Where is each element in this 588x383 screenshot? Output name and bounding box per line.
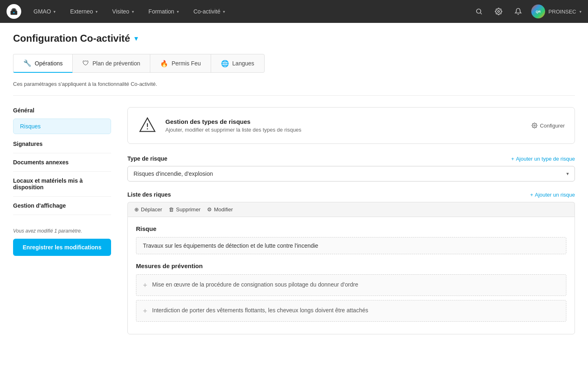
shield-icon: 🛡 — [82, 60, 89, 67]
main-layout: Général Risques Signatures Documents ann… — [13, 107, 575, 334]
nav-visiteo[interactable]: Visiteo ▾ — [107, 0, 140, 23]
chevron-down-icon: ▾ — [53, 9, 56, 14]
search-icon[interactable] — [472, 5, 486, 18]
svg-point-3 — [147, 128, 148, 130]
prevention-title: Mesures de prévention — [136, 262, 566, 269]
risk-type-section-header: Type de risque + Ajouter un type de risq… — [127, 155, 575, 162]
tabs-bar: 🔧 Opérations 🛡 Plan de prévention 🔥 Perm… — [13, 54, 575, 73]
left-sidebar: Général Risques Signatures Documents ann… — [13, 107, 111, 256]
sidebar-bottom: Vous avez modifié 1 paramètre. Enregistr… — [13, 228, 111, 256]
svg-point-1 — [477, 9, 481, 13]
user-name-label: PROINSEC — [548, 9, 576, 15]
edit-icon: ⚙ — [207, 206, 212, 213]
list-toolbar: ⊕ Déplacer 🗑 Supprimer ⚙ Modifier — [127, 202, 575, 217]
plus-icon: + — [143, 307, 147, 316]
prevention-item: + Mise en œuvre de la procédure de consi… — [136, 274, 566, 296]
nav-coactivite[interactable]: Co-activité ▾ — [188, 0, 231, 23]
prevention-text-1: Mise en œuvre de la procédure de consign… — [152, 280, 359, 289]
risk-management-card: Gestion des types de risques Ajouter, mo… — [127, 107, 575, 144]
nav-externeo[interactable]: Externeo ▾ — [65, 0, 103, 23]
add-risk-type-link[interactable]: + Ajouter un type de risque — [511, 156, 575, 162]
configure-button[interactable]: Configurer — [532, 123, 565, 129]
delete-button[interactable]: 🗑 Supprimer — [169, 206, 200, 213]
edit-button[interactable]: ⚙ Modifier — [207, 206, 233, 213]
plus-icon: + — [530, 192, 533, 198]
app-logo[interactable] — [7, 4, 21, 19]
plus-icon: + — [143, 281, 147, 290]
dropdown-selected-value: Risques d'incendie, d'explosion — [134, 170, 213, 177]
settings-icon[interactable] — [492, 5, 505, 18]
svg-point-2 — [498, 11, 500, 13]
tab-plan-prevention[interactable]: 🛡 Plan de prévention — [72, 54, 150, 73]
user-chevron-icon: ▾ — [579, 9, 581, 14]
page-title-chevron-icon[interactable]: ▾ — [134, 34, 138, 43]
risk-list-header: Liste des riques + Ajouter un risque — [127, 191, 575, 198]
notification-icon[interactable] — [512, 5, 525, 18]
page-subtitle: Ces paramétrages s'appliquent à la fonct… — [13, 81, 575, 96]
sidebar-item-documents[interactable]: Documents annexes — [13, 153, 111, 172]
navbar: GMAO ▾ Externeo ▾ Visiteo ▾ Formation ▾ … — [0, 0, 588, 23]
prevention-item: + Interdiction de porter des vêtements f… — [136, 300, 566, 322]
add-risk-link[interactable]: + Ajouter un risque — [530, 192, 575, 198]
risk-block-title: Risque — [136, 225, 566, 232]
right-content: Gestion des types de risques Ajouter, mo… — [127, 107, 575, 334]
risk-list-section: Liste des riques + Ajouter un risque ⊕ D… — [127, 191, 575, 334]
risk-list-label: Liste des riques — [127, 191, 171, 198]
wrench-icon: 🔧 — [23, 59, 31, 67]
risk-type-label: Type de risque — [127, 155, 167, 162]
move-icon: ⊕ — [134, 206, 139, 213]
nav-gmao[interactable]: GMAO ▾ — [28, 0, 61, 23]
page-title: Configuration Co-activité — [13, 33, 130, 44]
warning-icon — [138, 116, 157, 135]
navbar-right: QR PROINSEC ▾ — [472, 4, 581, 18]
prevention-text-2: Interdiction de porter des vêtements flo… — [152, 306, 368, 315]
tab-langues[interactable]: 🌐 Langues — [211, 54, 265, 73]
risk-text-value: Travaux sur les équipements de détection… — [136, 237, 566, 254]
tab-operations[interactable]: 🔧 Opérations — [13, 54, 73, 73]
chevron-down-icon: ▾ — [223, 9, 225, 14]
globe-icon: 🌐 — [221, 60, 229, 67]
save-button[interactable]: Enregistrer les modifications — [13, 239, 111, 256]
page-header: Configuration Co-activité ▾ — [13, 33, 575, 44]
chevron-down-icon: ▾ — [177, 9, 179, 14]
trash-icon: 🗑 — [169, 206, 174, 213]
tab-permis-feu[interactable]: 🔥 Permis Feu — [150, 54, 211, 73]
sidebar-item-risques[interactable]: Risques — [13, 119, 111, 134]
user-menu[interactable]: QR PROINSEC ▾ — [531, 4, 581, 18]
svg-point-0 — [13, 12, 15, 13]
risk-info: Gestion des types de risques Ajouter, mo… — [165, 118, 523, 133]
page-content: Configuration Co-activité ▾ 🔧 Opérations… — [0, 23, 588, 383]
modified-text: Vous avez modifié 1 paramètre. — [13, 228, 111, 234]
risk-card-description: Ajouter, modifier et supprimer la liste … — [165, 127, 523, 133]
risk-type-dropdown[interactable]: Risques d'incendie, d'explosion ▾ — [127, 166, 575, 181]
sidebar-section-title: Général — [13, 107, 111, 114]
risk-card-title: Gestion des types de risques — [165, 118, 523, 125]
sidebar-item-gestion-affichage[interactable]: Gestion d'affichage — [13, 197, 111, 215]
chevron-down-icon: ▾ — [566, 171, 569, 177]
move-button[interactable]: ⊕ Déplacer — [134, 206, 162, 213]
sidebar-item-locaux[interactable]: Locaux et matériels mis à disposition — [13, 172, 111, 197]
nav-formation[interactable]: Formation ▾ — [143, 0, 185, 23]
gear-icon — [532, 123, 537, 128]
sidebar-item-signatures[interactable]: Signatures — [13, 135, 111, 153]
chevron-down-icon: ▾ — [96, 9, 98, 14]
svg-point-4 — [534, 125, 536, 126]
avatar: QR — [531, 4, 545, 18]
risk-block: Risque Travaux sur les équipements de dé… — [127, 217, 575, 334]
fire-icon: 🔥 — [160, 60, 168, 67]
plus-icon: + — [511, 156, 514, 162]
chevron-down-icon: ▾ — [132, 9, 134, 14]
